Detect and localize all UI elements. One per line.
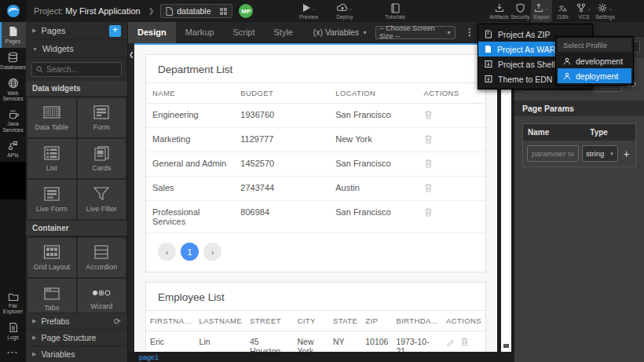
column-header: ACTIONS — [418, 83, 485, 104]
cards-icon — [92, 145, 111, 161]
table-row[interactable]: Professional Services806984San Francisco — [146, 201, 485, 233]
page-file-icon — [166, 7, 173, 16]
edit-icon[interactable] — [446, 338, 455, 346]
page-prev-button[interactable]: ‹ — [158, 243, 176, 261]
table-row[interactable]: General and Admin1452570San Francisco — [146, 152, 485, 177]
section-label-data-widgets: Data widgets — [26, 81, 127, 97]
param-name-input[interactable] — [527, 145, 579, 162]
tab-style[interactable]: Style — [265, 22, 302, 43]
deploy-button[interactable]: ⌄Deploy — [327, 0, 363, 22]
widget-search-row — [26, 58, 127, 81]
employee-list-widget[interactable]: Employee List FIRSTNA...LASTNAMESTREETCI… — [145, 282, 486, 352]
rail-item-logs[interactable]: Logs — [0, 318, 26, 344]
pages-accordion-label: Pages — [41, 26, 65, 35]
canvas-column: DesignMarkupScriptStyle (x) Variables ▼ … — [128, 22, 514, 362]
zip-icon — [485, 30, 492, 38]
column-header: CITY — [294, 311, 329, 331]
widget-search-box[interactable] — [31, 62, 122, 77]
column-header: BUDGET — [234, 83, 329, 104]
settings-button[interactable]: ⌄Settings — [595, 0, 616, 22]
i18n-icon: 文A — [558, 3, 568, 13]
vcs-button[interactable]: ⌄VCS — [573, 0, 595, 22]
add-page-button[interactable]: + — [109, 25, 121, 37]
artifacts-button[interactable]: Artifacts — [488, 0, 510, 22]
page-selector-value: datatable — [177, 6, 216, 16]
preview-button[interactable]: ⌄Preview — [291, 0, 327, 22]
widget-tile-cards[interactable]: Cards — [78, 139, 126, 178]
widget-tile-list[interactable]: List — [27, 139, 76, 178]
caret-down-icon: ▼ — [446, 30, 452, 35]
security-button[interactable]: Security — [510, 0, 531, 22]
person-icon — [563, 72, 571, 80]
variables-dropdown[interactable]: (x) Variables ▼ — [313, 27, 368, 37]
collapse-panel-icon[interactable]: ❮ — [129, 51, 134, 58]
table-row[interactable]: EricLin45 Houston StreetNew YorkNY101061… — [146, 331, 485, 353]
tab-markup[interactable]: Markup — [176, 22, 224, 43]
design-canvas: ❮ Department List NAMEBUDGETLOCATIONACTI… — [128, 43, 514, 352]
widget-tile-form[interactable]: Form — [78, 98, 126, 137]
widget-tile-data-table[interactable]: Data Table — [27, 98, 76, 137]
page-next-button[interactable]: › — [203, 243, 221, 261]
delete-icon[interactable] — [424, 134, 433, 144]
rail-more-button[interactable]: ••• — [0, 344, 26, 362]
pages-accordion-header[interactable]: ▶ Pages + — [26, 22, 127, 40]
pagination: ‹ 1 › — [146, 233, 485, 272]
accordion-icon — [92, 244, 111, 260]
param-type-select[interactable]: string ▼ — [582, 145, 618, 162]
variables-dropdown-label: (x) Variables — [313, 27, 359, 37]
widget-tile-wizard[interactable]: Wizard — [78, 279, 126, 313]
table-row[interactable]: Marketing1129777New York — [146, 128, 485, 152]
canvas-page[interactable]: Department List NAMEBUDGETLOCATIONACTION… — [134, 43, 497, 352]
widgets-accordion-header[interactable]: ▼ Widgets — [26, 40, 127, 58]
rail-item-apis[interactable]: APIs — [0, 137, 26, 162]
add-param-button[interactable]: + — [621, 148, 631, 160]
delete-icon[interactable] — [460, 337, 469, 346]
databases-icon — [8, 52, 18, 63]
rail-item-java-services[interactable]: Java Services — [0, 105, 26, 137]
chevron-down-icon: ▼ — [32, 46, 38, 52]
more-options-icon[interactable]: ⋮ — [460, 27, 479, 38]
rail-item-file-explorer[interactable]: File Explorer — [0, 288, 26, 319]
refresh-icon[interactable]: ⟳ — [114, 316, 121, 327]
tab-design[interactable]: Design — [128, 22, 176, 43]
page-selector[interactable]: datatable — [160, 4, 232, 18]
folder-icon — [8, 292, 19, 302]
profile-item-deployment[interactable]: deployment — [558, 68, 631, 83]
department-table: NAMEBUDGETLOCATIONACTIONS Engineering193… — [146, 82, 485, 233]
status-page-link[interactable]: page1 — [139, 353, 159, 361]
user-avatar[interactable]: MP — [239, 4, 253, 18]
widget-tile-accordion[interactable]: Accordion — [78, 238, 126, 277]
page-number-button[interactable]: 1 — [181, 243, 199, 261]
widget-tile-grid-layout[interactable]: Grid Layout — [27, 238, 76, 277]
rail-item-web-services[interactable]: Web Services — [0, 74, 26, 106]
tabs-icon — [42, 285, 61, 301]
widget-tile-live-form[interactable]: Live Form — [27, 180, 76, 219]
accordion-variables[interactable]: ▶Variables — [26, 346, 127, 362]
table-row[interactable]: Engineering1936760San Francisco — [146, 104, 485, 128]
param-type-value: string — [586, 149, 604, 158]
tutorials-button[interactable]: Tutorials — [377, 0, 413, 22]
widget-tile-live-filter[interactable]: Live Filter — [78, 180, 126, 219]
widget-tile-tabs[interactable]: Tabs — [27, 279, 76, 313]
profile-item-development[interactable]: development — [558, 53, 631, 68]
delete-icon[interactable] — [424, 207, 433, 217]
export-button[interactable]: ⌄Export — [531, 0, 552, 22]
vcs-icon — [576, 3, 586, 13]
tab-script[interactable]: Script — [223, 22, 264, 43]
rail-item-databases[interactable]: Databases — [0, 48, 26, 74]
rail-item-pages[interactable]: Pages — [0, 22, 26, 48]
list-icon — [42, 145, 61, 161]
delete-icon[interactable] — [424, 110, 433, 119]
chevron-down-icon: ⌄ — [587, 5, 591, 11]
scrollbar-thumb[interactable] — [503, 344, 509, 348]
i18n-button[interactable]: 文AI18N — [552, 0, 573, 22]
column-header: NAME — [146, 83, 234, 104]
table-row[interactable]: Sales2743744Austin — [146, 177, 485, 201]
screen-size-select[interactable]: -- Choose Screen Size -- ▼ — [375, 26, 456, 39]
delete-icon[interactable] — [424, 159, 433, 168]
delete-icon[interactable] — [424, 183, 433, 192]
department-list-widget[interactable]: Department List NAMEBUDGETLOCATIONACTION… — [145, 54, 486, 272]
accordion-page-structure[interactable]: ▶Page Structure — [26, 329, 127, 346]
widget-search-input[interactable] — [46, 65, 117, 74]
accordion-prefabs[interactable]: ▶Prefabs⟳ — [26, 313, 127, 329]
